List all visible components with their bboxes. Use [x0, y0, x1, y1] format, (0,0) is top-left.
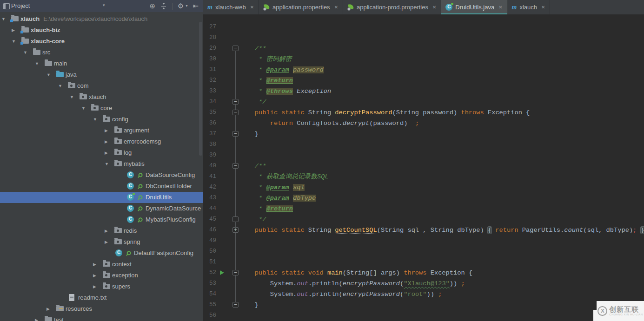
locate-icon[interactable]: ⊕ — [149, 2, 155, 10]
chevron-collapsed-icon[interactable]: ▶ — [105, 240, 108, 244]
tree-row-test[interactable]: ▶test — [0, 314, 203, 321]
chevron-collapsed-icon[interactable]: ▶ — [12, 28, 15, 33]
tree-row-xlauch-core[interactable]: ▼xlauch-core — [0, 36, 203, 47]
tree-row-com[interactable]: ▼com — [0, 80, 203, 92]
line-number[interactable]: 50 — [203, 246, 216, 257]
chevron-expanded-icon[interactable]: ▼ — [93, 117, 97, 122]
editor-content[interactable]: 272829− /**30 * 密码解密31 * @param password… — [203, 14, 644, 321]
line-number[interactable]: 52 — [203, 268, 216, 278]
line-number[interactable]: 41 — [203, 171, 216, 182]
fold-collapse-icon[interactable]: − — [232, 131, 239, 137]
tab-application-properties[interactable]: application.properties✕ — [259, 0, 343, 14]
tree-row-datasourceconfig[interactable]: DataSourceConfig — [0, 170, 203, 181]
tree-row-readme-txt[interactable]: readme.txt — [0, 292, 203, 303]
tab-druidutils-java[interactable]: DruidUtils.java✕ — [441, 0, 507, 14]
line-number[interactable]: 38 — [203, 139, 216, 150]
line-number[interactable]: 40 — [203, 161, 216, 171]
fold-collapse-icon[interactable]: − — [232, 270, 239, 275]
line-number[interactable]: 55 — [203, 300, 216, 310]
fold-collapse-icon[interactable]: − — [232, 110, 239, 115]
tab-application-prod-properties[interactable]: application-prod.properties✕ — [343, 0, 441, 14]
line-number[interactable]: 43 — [203, 193, 216, 203]
chevron-expanded-icon[interactable]: ▼ — [70, 95, 74, 99]
tree-row-src[interactable]: ▼src — [0, 47, 203, 58]
hide-panel-icon[interactable]: ⇤ — [193, 2, 199, 10]
tree-row-spring[interactable]: ▶spring — [0, 236, 203, 248]
close-icon[interactable]: ✕ — [498, 5, 502, 10]
project-panel-scrollbar[interactable] — [199, 22, 202, 156]
tree-row-core[interactable]: ▼core — [0, 103, 203, 114]
tree-row-config[interactable]: ▼config — [0, 114, 203, 125]
fold-collapse-icon[interactable]: − — [232, 99, 239, 105]
tree-row-mybatisplusconfig[interactable]: MybatisPlusConfig — [0, 214, 203, 225]
chevron-expanded-icon[interactable]: ▼ — [81, 106, 86, 111]
chevron-collapsed-icon[interactable]: ▶ — [105, 139, 108, 144]
tab-xlauch-web[interactable]: mxlauch-web✕ — [203, 0, 259, 14]
tree-row-druidutils[interactable]: DruidUtils — [0, 192, 203, 203]
run-icon[interactable] — [220, 270, 224, 275]
tree-row-xlauch[interactable]: ▼xlauchE:\deve\workspace\xlauch\code\xla… — [0, 13, 203, 25]
chevron-expanded-icon[interactable]: ▼ — [46, 72, 51, 77]
tree-row-log[interactable]: ▶log — [0, 147, 203, 158]
chevron-expanded-icon[interactable]: ▼ — [58, 84, 62, 88]
tree-row-mybatis[interactable]: ▼mybatis — [0, 158, 203, 170]
fold-collapse-icon[interactable]: − — [232, 163, 239, 169]
line-number[interactable]: 33 — [203, 86, 216, 97]
tree-row-main[interactable]: ▼main — [0, 58, 203, 69]
chevron-expanded-icon[interactable]: ▼ — [105, 162, 109, 166]
tree-row-xlauch-biz[interactable]: ▶xlauch-biz — [0, 25, 203, 36]
tree-row-xlauch[interactable]: ▼xlauch — [0, 92, 203, 103]
fold-collapse-icon[interactable]: − — [232, 46, 239, 51]
tree-row-exception[interactable]: ▶exception — [0, 270, 203, 281]
chevron-collapsed-icon[interactable]: ▶ — [35, 318, 38, 321]
chevron-expanded-icon[interactable]: ▼ — [1, 17, 6, 21]
line-number[interactable]: 46 — [203, 225, 216, 236]
tree-row-context[interactable]: ▶context — [0, 259, 203, 270]
line-number[interactable]: 34 — [203, 97, 216, 107]
tree-row-argument[interactable]: ▶argument — [0, 125, 203, 136]
line-number[interactable]: 53 — [203, 278, 216, 289]
tree-row-supers[interactable]: ▶supers — [0, 281, 203, 292]
line-number[interactable]: 45 — [203, 214, 216, 225]
line-number[interactable]: 56 — [203, 310, 216, 321]
tree-row-dynamicdatasource[interactable]: DynamicDataSource — [0, 203, 203, 214]
line-number[interactable]: 30 — [203, 54, 216, 65]
line-number[interactable]: 49 — [203, 236, 216, 246]
line-number[interactable]: 36 — [203, 118, 216, 129]
chevron-collapsed-icon[interactable]: ▶ — [105, 229, 108, 233]
line-number[interactable]: 42 — [203, 182, 216, 193]
close-icon[interactable]: ✕ — [250, 5, 254, 10]
tree-row-java[interactable]: ▼java — [0, 69, 203, 80]
chevron-collapsed-icon[interactable]: ▶ — [93, 284, 96, 289]
chevron-collapsed-icon[interactable]: ▶ — [105, 151, 108, 155]
line-number[interactable]: 27 — [203, 22, 216, 33]
tree-row-defaultfastjsonconfig[interactable]: DefaultFastjsonConfig — [0, 248, 203, 259]
tree-row-errorcodemsg[interactable]: ▶errorcodemsg — [0, 136, 203, 147]
fold-collapse-icon[interactable]: − — [232, 302, 239, 308]
line-number[interactable]: 35 — [203, 107, 216, 118]
line-number[interactable]: 32 — [203, 75, 216, 86]
chevron-expanded-icon[interactable]: ▼ — [23, 50, 27, 55]
line-number[interactable]: 54 — [203, 289, 216, 300]
line-number[interactable]: 29 — [203, 43, 216, 54]
chevron-collapsed-icon[interactable]: ▶ — [105, 128, 108, 133]
close-icon[interactable]: ✕ — [334, 5, 338, 10]
tab-xlauch[interactable]: mxlauch✕ — [508, 0, 551, 14]
chevron-collapsed-icon[interactable]: ▶ — [46, 307, 50, 311]
fold-collapse-icon[interactable]: − — [232, 216, 239, 222]
fold-expand-icon[interactable]: + — [232, 227, 239, 233]
tree-row-redis[interactable]: ▶redis — [0, 225, 203, 236]
chevron-expanded-icon[interactable]: ▼ — [35, 61, 39, 66]
close-icon[interactable]: ✕ — [432, 5, 436, 10]
project-dropdown-caret-icon[interactable]: ▾ — [103, 3, 105, 7]
settings-gear-icon[interactable]: ⚙ — [178, 2, 184, 10]
tree-row-dbcontextholder[interactable]: DbContextHolder — [0, 181, 203, 192]
close-icon[interactable]: ✕ — [541, 5, 545, 10]
chevron-collapsed-icon[interactable]: ▶ — [93, 262, 96, 267]
tree-row-resources[interactable]: ▶resources — [0, 303, 203, 314]
line-number[interactable]: 31 — [203, 65, 216, 75]
line-number[interactable]: 44 — [203, 203, 216, 214]
line-number[interactable]: 28 — [203, 33, 216, 43]
gear-dropdown-caret[interactable]: ▾ — [186, 2, 187, 10]
chevron-collapsed-icon[interactable]: ▶ — [93, 273, 96, 278]
